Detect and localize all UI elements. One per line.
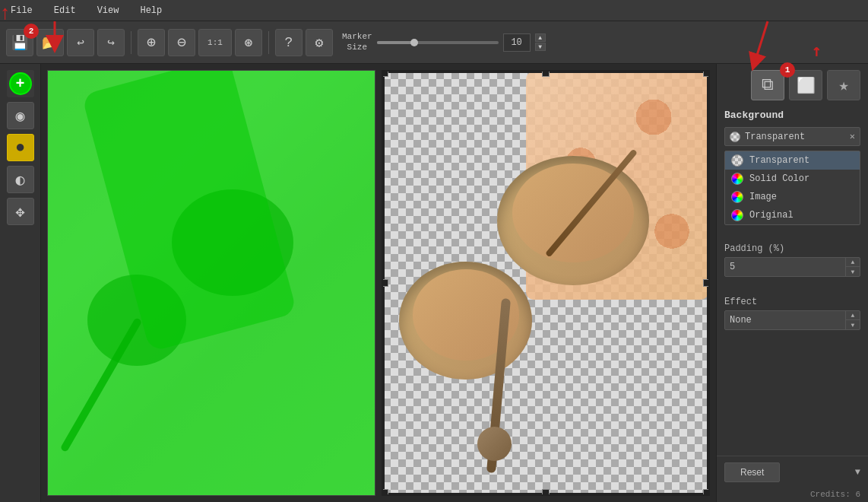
menu-file[interactable]: File bbox=[6, 4, 37, 17]
marker-size-label: MarkerSize bbox=[342, 32, 372, 52]
zoom-region-icon: ⊛ bbox=[245, 34, 253, 51]
erase-brush-button[interactable]: ◉ bbox=[7, 102, 34, 129]
background-section: Background Transparent ✕ Transparent Sol… bbox=[717, 103, 868, 237]
badge-1-container: 1 bbox=[780, 62, 795, 78]
background-dropdown[interactable]: Transparent ✕ bbox=[724, 127, 860, 146]
bg-option-original[interactable]: Original bbox=[725, 206, 860, 224]
dropdown-row-left: Transparent bbox=[730, 132, 805, 142]
canvas-area bbox=[41, 64, 716, 502]
add-brush-icon: + bbox=[9, 72, 32, 95]
zoom-fit-icon: 1:1 bbox=[207, 38, 223, 47]
zoom-fit-button[interactable]: 1:1 bbox=[198, 29, 232, 56]
redo-button[interactable]: ↪ bbox=[97, 29, 125, 56]
effect-increment-button[interactable]: ▲ bbox=[846, 311, 860, 320]
badge-1: 1 bbox=[780, 62, 795, 78]
move-icon: ✥ bbox=[15, 202, 24, 221]
padding-field-row: 5 ▲ ▼ bbox=[724, 257, 860, 277]
marker-value-display: 10 bbox=[503, 33, 531, 52]
open-button[interactable]: 📂 bbox=[36, 29, 64, 56]
solid-color-option-label: Solid Color bbox=[749, 173, 809, 184]
eraser-icon: ◐ bbox=[15, 170, 24, 189]
bg-option-transparent[interactable]: Transparent bbox=[725, 151, 860, 170]
handle-ml[interactable] bbox=[382, 279, 388, 287]
erase-brush-icon: ◉ bbox=[15, 106, 24, 126]
padding-decrement-button[interactable]: ▼ bbox=[846, 267, 860, 276]
effect-label: Effect bbox=[724, 297, 860, 307]
marker-decrement-button[interactable]: ▼ bbox=[535, 43, 546, 51]
handle-tl[interactable] bbox=[382, 70, 388, 77]
reset-button[interactable]: Reset bbox=[724, 462, 780, 482]
marker-spinners: ▲ ▼ bbox=[535, 33, 546, 51]
original-option-label: Original bbox=[749, 210, 794, 221]
image-option-label: Image bbox=[749, 192, 777, 202]
right-chopstick bbox=[545, 149, 638, 258]
dropdown-checker-icon bbox=[730, 132, 740, 142]
background-title: Background bbox=[724, 110, 860, 121]
favorite-button[interactable]: ★ bbox=[827, 70, 860, 100]
right-bowl-top bbox=[497, 156, 649, 285]
dropdown-close-icon[interactable]: ✕ bbox=[850, 131, 855, 142]
color-picker-button[interactable]: ● bbox=[7, 134, 34, 161]
left-toolbar: + ◉ ● ◐ ✥ bbox=[0, 64, 41, 502]
undo-icon: ↩ bbox=[77, 35, 84, 50]
padding-section: Padding (%) 5 ▲ ▼ bbox=[717, 237, 868, 291]
left-image-panel bbox=[47, 70, 375, 496]
eraser-button[interactable]: ◐ bbox=[7, 166, 34, 193]
move-button[interactable]: ✥ bbox=[7, 198, 34, 225]
effect-value: None bbox=[725, 312, 845, 329]
copy-icon: ⧉ bbox=[762, 75, 774, 95]
right-bowl-bottom bbox=[399, 262, 532, 380]
save-button[interactable]: 💾 2 ↑ bbox=[6, 29, 33, 56]
handle-mr[interactable] bbox=[703, 279, 710, 287]
paste-icon: ⬜ bbox=[797, 76, 816, 95]
magic-icon: ⚙ bbox=[315, 34, 324, 51]
zoom-out-button[interactable]: ⊖ bbox=[168, 29, 195, 56]
help-button[interactable]: ? bbox=[275, 29, 303, 56]
redo-icon: ↪ bbox=[107, 35, 115, 50]
handle-bl[interactable] bbox=[382, 489, 388, 496]
spacer bbox=[717, 344, 868, 456]
marker-increment-button[interactable]: ▲ bbox=[535, 33, 546, 42]
selection-box bbox=[383, 71, 708, 494]
effect-decrement-button[interactable]: ▼ bbox=[846, 320, 860, 329]
marker-slider-fill bbox=[377, 41, 413, 44]
menubar: File Edit View Help bbox=[0, 0, 868, 21]
zoom-out-icon: ⊖ bbox=[177, 33, 186, 52]
handle-tc[interactable] bbox=[542, 70, 550, 77]
undo-button[interactable]: ↩ bbox=[67, 29, 94, 56]
magic-button[interactable]: ⚙ bbox=[306, 29, 333, 56]
add-brush-button[interactable]: + bbox=[7, 70, 34, 97]
effect-spinners: ▲ ▼ bbox=[845, 311, 860, 329]
credits-text: Credits: 6 bbox=[717, 488, 868, 502]
padding-increment-button[interactable]: ▲ bbox=[846, 258, 860, 267]
padding-value: 5 bbox=[725, 259, 845, 275]
badge-2: 2 bbox=[24, 24, 39, 39]
menu-help[interactable]: Help bbox=[135, 4, 166, 17]
toolbar: 💾 2 ↑ 📂 ↩ ↪ ⊕ ⊖ 1:1 ⊛ ? ⚙ MarkerSize bbox=[0, 21, 868, 64]
marker-size-slider[interactable] bbox=[377, 41, 499, 44]
effect-section: Effect None ▲ ▼ bbox=[717, 291, 868, 344]
bg-option-image[interactable]: Image bbox=[725, 188, 860, 206]
handle-tr[interactable] bbox=[703, 70, 710, 77]
bg-option-solid-color[interactable]: Solid Color bbox=[725, 170, 860, 188]
right-spoon-handle bbox=[486, 298, 511, 473]
left-image-container[interactable] bbox=[47, 70, 375, 496]
menu-view[interactable]: View bbox=[93, 4, 124, 17]
padding-spinners: ▲ ▼ bbox=[845, 258, 860, 276]
right-panel-icons-row: 1 ↙ ⧉ ⬜ ★ bbox=[717, 64, 868, 103]
zoom-region-button[interactable]: ⊛ bbox=[235, 29, 262, 56]
handle-br[interactable] bbox=[703, 489, 710, 496]
background-options-list: Transparent Solid Color Image Original bbox=[724, 151, 860, 225]
handle-bc[interactable] bbox=[542, 489, 550, 496]
zoom-in-button[interactable]: ⊕ bbox=[138, 29, 165, 56]
reset-expand-icon[interactable]: ▼ bbox=[855, 467, 860, 478]
right-image-container[interactable] bbox=[382, 70, 710, 496]
reset-area: Reset ▼ bbox=[717, 456, 868, 488]
right-bowl-bottom-inner bbox=[413, 269, 519, 361]
solid-color-option-icon bbox=[731, 173, 743, 185]
divider-2 bbox=[268, 31, 269, 54]
zoom-in-icon: ⊕ bbox=[147, 33, 156, 52]
right-image-panel bbox=[382, 70, 710, 496]
menu-edit[interactable]: Edit bbox=[49, 4, 81, 17]
effect-field-row: None ▲ ▼ bbox=[724, 310, 860, 330]
